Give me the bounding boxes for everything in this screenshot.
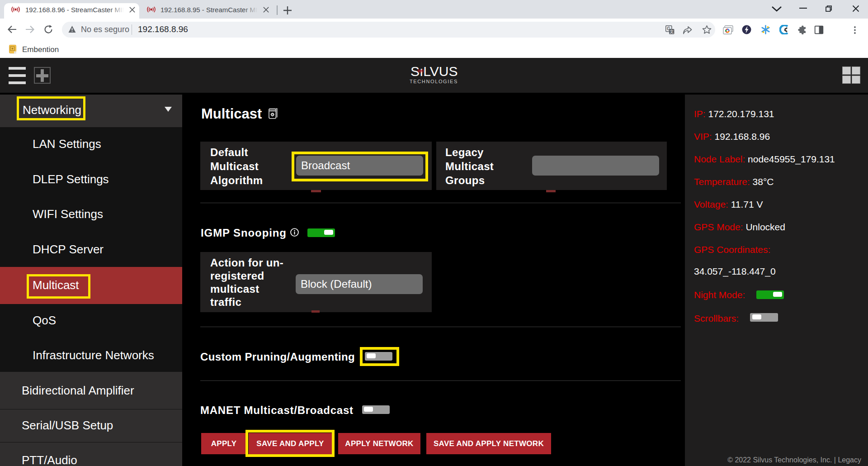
svg-text:文: 文 [670,29,674,34]
